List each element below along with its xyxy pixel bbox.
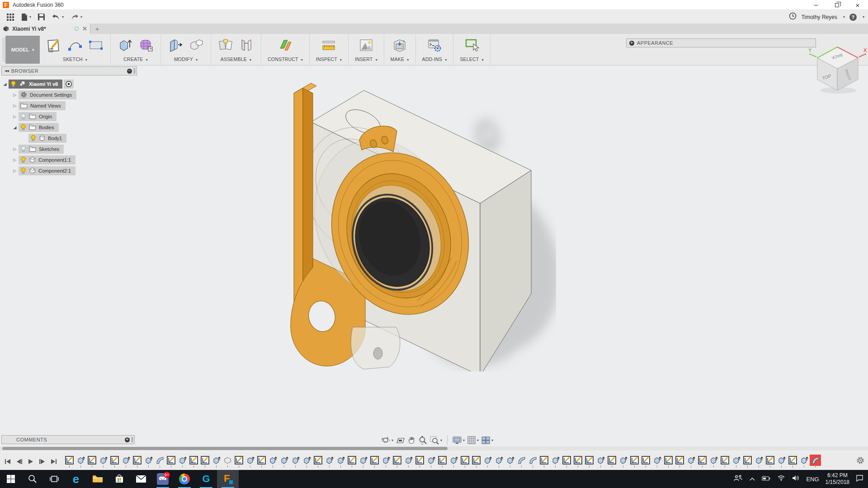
timeline-feature-sketch[interactable]	[88, 456, 96, 468]
timeline-feature-extrude[interactable]	[653, 456, 661, 468]
step-back-button[interactable]	[16, 459, 23, 465]
timeline-feature-fillet[interactable]	[156, 456, 164, 468]
job-status-clock-icon[interactable]	[789, 12, 797, 22]
ribbon-group-label[interactable]: MODIFY ▾	[174, 56, 198, 62]
taskbar-file-explorer-app[interactable]	[87, 470, 108, 488]
timeline-feature-extrude[interactable]	[404, 456, 413, 468]
tree-expand-icon[interactable]: ▷	[11, 93, 19, 97]
comments-panel[interactable]: COMMENTS +	[1, 435, 135, 444]
browser-item-document-settings[interactable]: ▷Document Settings	[1, 89, 76, 100]
browser-collapse-icon[interactable]: ◀◀	[5, 69, 9, 73]
display-settings-icon[interactable]: ▾	[453, 436, 465, 444]
timeline-feature-sketch[interactable]	[110, 456, 119, 468]
visibility-bulb-icon[interactable]	[30, 135, 36, 142]
timeline-feature-sketch[interactable]	[562, 456, 571, 468]
timeline-feature-extrude[interactable]	[144, 456, 153, 468]
tree-expand-icon[interactable]: ▷	[11, 147, 19, 151]
orbit-icon[interactable]: ▾	[381, 436, 393, 444]
timeline-feature-fillet[interactable]	[528, 456, 537, 468]
spline-button[interactable]	[67, 37, 83, 53]
timeline-feature-sketch[interactable]	[415, 456, 424, 468]
timeline-feature-extrude[interactable]	[551, 456, 560, 468]
construction-plane-button[interactable]	[277, 37, 293, 53]
wifi-icon[interactable]	[777, 475, 785, 483]
browser-item-origin[interactable]: ▷Origin	[1, 111, 76, 122]
form-button[interactable]	[138, 37, 154, 53]
browser-item-xiaomi-yi-v8[interactable]: ◢Xiaomi Yi v8	[1, 79, 76, 89]
ribbon-group-label[interactable]: INSPECT ▾	[316, 56, 342, 62]
clock-date[interactable]: 6:42 PM 1/15/2018	[826, 472, 849, 486]
ribbon-grip[interactable]	[3, 38, 5, 62]
timeline-feature-sketch[interactable]	[133, 456, 142, 468]
visibility-bulb-icon[interactable]	[10, 80, 16, 88]
tree-expand-icon[interactable]: ◢	[11, 125, 19, 130]
user-menu-caret[interactable]: ▾	[843, 15, 845, 19]
tree-expand-icon[interactable]: ▷	[11, 103, 19, 108]
tray-chevron-up-icon[interactable]	[749, 475, 755, 483]
scripts-addins-button[interactable]	[426, 37, 443, 53]
timeline-feature-extrude[interactable]	[291, 456, 300, 468]
timeline-feature-extrude[interactable]	[246, 456, 255, 468]
activate-component-radio[interactable]	[64, 80, 74, 89]
step-forward-button[interactable]	[39, 459, 45, 465]
visibility-bulb-icon[interactable]	[20, 113, 26, 121]
timeline-feature-extrude[interactable]	[359, 456, 368, 468]
new-component-button[interactable]	[217, 37, 234, 53]
timeline-feature-sketch[interactable]	[574, 456, 582, 468]
taskbar-search-button[interactable]	[22, 470, 43, 488]
timeline-feature-sketch[interactable]	[348, 456, 356, 468]
timeline-feature-sketch[interactable]	[201, 456, 209, 468]
timeline-feature-fillet[interactable]	[811, 456, 820, 468]
layout-grid-icon[interactable]: ▾	[467, 436, 479, 444]
browser-item-bodies[interactable]: ◢Bodies	[1, 122, 76, 133]
zoom-window-icon[interactable]: ▾	[430, 436, 442, 445]
workspace-selector[interactable]: MODEL▾	[5, 36, 40, 64]
tab-close-icon[interactable]: ✕	[82, 25, 87, 32]
skip-end-button[interactable]	[51, 459, 57, 465]
timeline-feature-extrude[interactable]	[777, 456, 786, 468]
taskbar-store-app[interactable]	[108, 470, 130, 488]
timeline-feature-sketch[interactable]	[675, 456, 684, 468]
timeline-feature-box[interactable]	[223, 456, 232, 468]
browser-item-sketches[interactable]: ▷Sketches	[1, 144, 76, 155]
select-button[interactable]	[464, 37, 480, 53]
measure-button[interactable]	[321, 37, 337, 53]
timeline-feature-sketch[interactable]	[189, 456, 198, 468]
timeline-feature-sketch[interactable]	[721, 456, 729, 468]
timeline-feature-sketch[interactable]	[608, 456, 616, 468]
restore-button[interactable]	[826, 0, 847, 10]
close-button[interactable]: ×	[847, 0, 868, 10]
battery-icon[interactable]	[762, 475, 771, 483]
timeline-feature-sketch[interactable]	[743, 456, 752, 468]
timeline-feature-extrude[interactable]	[122, 456, 130, 468]
timeline-settings-gear-icon[interactable]	[856, 456, 864, 466]
timeline-feature-sketch[interactable]	[370, 456, 379, 468]
people-icon[interactable]	[734, 474, 743, 483]
timeline-feature-extrude[interactable]	[76, 456, 85, 468]
timeline-feature-extrude[interactable]	[687, 456, 695, 468]
visibility-bulb-icon[interactable]	[20, 156, 26, 164]
timeline-feature-extrude[interactable]	[709, 456, 718, 468]
timeline-feature-extrude[interactable]	[427, 456, 435, 468]
timeline-feature-sketch[interactable]	[585, 456, 594, 468]
undo-button[interactable]: ▾	[52, 14, 64, 21]
timeline-scrollbar-track[interactable]	[0, 446, 868, 450]
timeline-feature-extrude[interactable]	[732, 456, 741, 468]
user-account-menu[interactable]: Timothy Reyes	[801, 14, 837, 20]
ribbon-group-label[interactable]: INSERT ▾	[355, 56, 377, 62]
timeline-feature-sketch[interactable]	[257, 456, 266, 468]
timeline-feature-extrude[interactable]	[596, 456, 605, 468]
volume-icon[interactable]	[792, 475, 800, 483]
save-button[interactable]	[38, 13, 45, 21]
visibility-bulb-icon[interactable]	[20, 124, 26, 131]
visibility-bulb-icon[interactable]	[20, 167, 26, 175]
timeline-feature-sketch[interactable]	[766, 456, 774, 468]
timeline-feature-sketch[interactable]	[664, 456, 673, 468]
document-tab[interactable]: Xiaomi Yi v8* ✕	[0, 23, 90, 34]
timeline-feature-extrude[interactable]	[212, 456, 221, 468]
view-cube[interactable]: BACK TOP RIGHT Y X	[807, 40, 868, 96]
app-grid-icon[interactable]	[6, 13, 14, 21]
timeline-feature-sketch[interactable]	[788, 456, 797, 468]
create-sketch-button[interactable]	[46, 37, 62, 53]
timeline-feature-extrude[interactable]	[325, 456, 334, 468]
